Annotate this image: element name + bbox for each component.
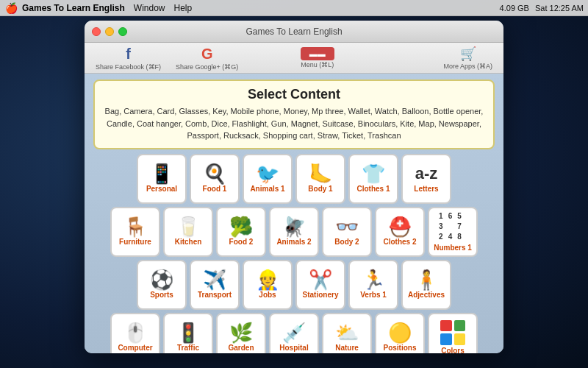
numbers1-label: Numbers 1	[434, 244, 472, 252]
colors-icon	[440, 320, 465, 345]
close-button[interactable]	[92, 27, 101, 36]
minimize-button[interactable]	[105, 27, 114, 36]
clock: Sat 12:25 AM	[535, 4, 584, 13]
transport-label: Transport	[198, 291, 232, 300]
category-sports[interactable]: ⚽ Sports	[137, 260, 187, 310]
category-animals1[interactable]: 🐦 Animals 1	[243, 154, 293, 204]
food1-icon: 🍳	[203, 164, 226, 183]
nature-label: Nature	[335, 344, 359, 353]
category-positions[interactable]: 🟡 Positions	[375, 313, 425, 354]
category-food2[interactable]: 🥦 Food 2	[216, 207, 266, 257]
app-name[interactable]: Games To Learn English	[22, 3, 125, 13]
category-garden[interactable]: 🌿 Garden	[216, 313, 266, 354]
food2-icon: 🥦	[229, 217, 253, 236]
personal-label: Personal	[146, 185, 177, 194]
facebook-icon: f	[126, 46, 131, 63]
jobs-label: Jobs	[259, 291, 276, 300]
adjectives-icon: 🧍	[415, 270, 438, 289]
category-furniture[interactable]: 🪑 Furniture	[110, 207, 160, 257]
menubar: 🍎 Games To Learn English Window Help 4.0…	[0, 0, 588, 16]
category-stationery[interactable]: ✂️ Stationery	[295, 260, 345, 310]
stationery-label: Stationery	[303, 291, 339, 300]
category-clothes2[interactable]: ⛑️ Clothes 2	[375, 207, 425, 257]
animals2-label: Animals 2	[276, 238, 311, 247]
verbs1-label: Verbs 1	[360, 291, 387, 300]
personal-icon: 📱	[150, 164, 173, 183]
more-apps-label: More Apps (⌘A)	[443, 63, 492, 70]
google-icon: G	[201, 46, 213, 63]
more-apps-button[interactable]: 🛒 More Apps (⌘A)	[443, 46, 492, 70]
category-personal[interactable]: 📱 Personal	[137, 154, 187, 204]
share-google-button[interactable]: G Share Google+ (⌘G)	[176, 46, 238, 71]
furniture-icon: 🪑	[123, 217, 147, 236]
clothes2-icon: ⛑️	[388, 217, 412, 236]
category-row-1: 📱 Personal 🍳 Food 1 🐦 Animals 1 🦶 Body 1…	[93, 154, 495, 204]
menu-window[interactable]: Window	[134, 3, 165, 13]
category-kitchen[interactable]: 🥛 Kitchen	[163, 207, 213, 257]
letters-icon: a-z	[415, 164, 438, 183]
category-row-2: 🪑 Furniture 🥛 Kitchen 🥦 Food 2 🪰 Animals…	[93, 207, 495, 257]
clothes2-label: Clothes 2	[383, 238, 416, 247]
category-body1[interactable]: 🦶 Body 1	[295, 154, 345, 204]
category-adjectives[interactable]: 🧍 Adjectives	[401, 260, 451, 310]
category-computer[interactable]: 🖱️ Computer	[110, 313, 160, 354]
share-facebook-label: Share Facebook (⌘F)	[96, 63, 161, 71]
menu-label: Menu (⌘L)	[301, 61, 334, 68]
category-traffic[interactable]: 🚦 Traffic	[163, 313, 213, 354]
share-google-label: Share Google+ (⌘G)	[176, 63, 238, 71]
numbers-icon: 165 37 248	[439, 211, 467, 242]
select-content-box: Select Content Bag, Camera, Card, Glasse…	[93, 79, 495, 149]
category-colors[interactable]: Colors	[428, 313, 478, 354]
select-content-title: Select Content	[104, 87, 484, 102]
category-jobs[interactable]: 👷 Jobs	[243, 260, 293, 310]
app-window: Games To Learn English f Share Facebook …	[85, 21, 503, 353]
cart-icon: 🛒	[460, 46, 476, 62]
computer-label: Computer	[118, 344, 152, 353]
body2-icon: 👓	[335, 217, 359, 236]
kitchen-label: Kitchen	[175, 238, 202, 247]
kitchen-icon: 🥛	[176, 217, 200, 236]
share-facebook-button[interactable]: f Share Facebook (⌘F)	[96, 46, 161, 71]
letters-label: Letters	[414, 185, 438, 194]
category-nature[interactable]: ⛅ Nature	[322, 313, 372, 354]
main-content: Select Content Bag, Camera, Card, Glasse…	[85, 74, 503, 353]
transport-icon: ✈️	[203, 270, 226, 289]
positions-label: Positions	[383, 344, 416, 353]
category-verbs1[interactable]: 🏃 Verbs 1	[348, 260, 398, 310]
category-transport[interactable]: ✈️ Transport	[190, 260, 240, 310]
verbs1-icon: 🏃	[362, 270, 385, 289]
sports-label: Sports	[150, 291, 173, 300]
body1-label: Body 1	[308, 185, 332, 194]
traffic-icon: 🚦	[176, 323, 200, 342]
category-hospital[interactable]: 💉 Hospital	[269, 313, 319, 354]
apple-menu[interactable]: 🍎	[0, 2, 22, 14]
menu-button[interactable]: ▬▬	[301, 47, 334, 60]
category-food1[interactable]: 🍳 Food 1	[190, 154, 240, 204]
toolbar: f Share Facebook (⌘F) G Share Google+ (⌘…	[85, 43, 503, 74]
hospital-icon: 💉	[282, 323, 306, 342]
body1-icon: 🦶	[309, 164, 332, 183]
category-clothes1[interactable]: 👕 Clothes 1	[348, 154, 398, 204]
category-animals2[interactable]: 🪰 Animals 2	[269, 207, 319, 257]
menu-help[interactable]: Help	[174, 3, 193, 13]
jobs-icon: 👷	[256, 270, 279, 289]
battery-info: 4.09 GB	[500, 4, 529, 13]
category-letters[interactable]: a-z Letters	[401, 154, 451, 204]
nature-icon: ⛅	[335, 323, 359, 342]
category-row-3: ⚽ Sports ✈️ Transport 👷 Jobs ✂️ Statione…	[93, 260, 495, 310]
clothes1-icon: 👕	[362, 164, 385, 183]
animals1-label: Animals 1	[250, 185, 284, 194]
hospital-label: Hospital	[279, 344, 308, 353]
select-content-description: Bag, Camera, Card, Glasses, Key, Mobile …	[104, 105, 484, 142]
garden-icon: 🌿	[229, 323, 253, 342]
garden-label: Garden	[228, 344, 254, 353]
window-title: Games To Learn English	[245, 26, 342, 37]
category-row-4: 🖱️ Computer 🚦 Traffic 🌿 Garden 💉 Hospita…	[93, 313, 495, 354]
menubar-right: 4.09 GB Sat 12:25 AM	[500, 4, 584, 13]
food2-label: Food 2	[229, 238, 254, 247]
category-body2[interactable]: 👓 Body 2	[322, 207, 372, 257]
fullscreen-button[interactable]	[118, 27, 127, 36]
categories-grid: 📱 Personal 🍳 Food 1 🐦 Animals 1 🦶 Body 1…	[93, 154, 495, 354]
menu-button-area: ▬▬ Menu (⌘L)	[301, 47, 334, 68]
category-numbers1[interactable]: 165 37 248 Numbers 1	[428, 207, 478, 257]
